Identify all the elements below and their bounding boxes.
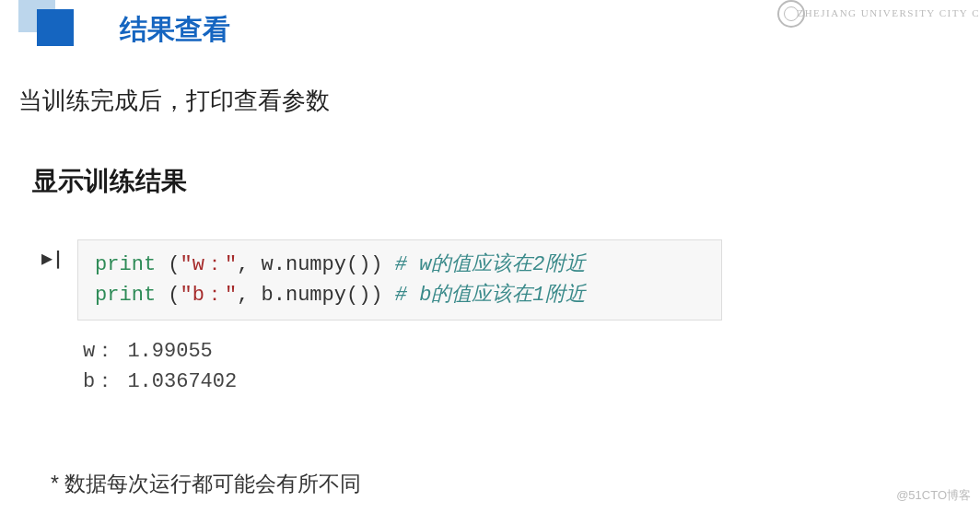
code-keyword: print [95, 253, 156, 276]
code-comment: # b的值应该在1附近 [395, 284, 586, 307]
university-name: ZHEJIANG UNIVERSITY CITY C [797, 7, 980, 18]
code-comment: # w的值应该在2附近 [395, 253, 586, 276]
output-line-1: w： 1.99055 [83, 336, 237, 367]
description-text: 当训练完成后，打印查看参数 [18, 85, 330, 117]
code-rest: , w.numpy()) [237, 253, 382, 276]
code-string: "w：" [181, 253, 238, 276]
decoration-square-dark [37, 9, 74, 46]
page-title: 结果查看 [120, 11, 230, 49]
section-subtitle: 显示训练结果 [32, 164, 187, 199]
code-line-2: print ("b：", b.numpy()) # b的值应该在1附近 [95, 280, 705, 310]
code-rest: , b.numpy()) [237, 284, 382, 307]
footnote-text: * 数据每次运行都可能会有所不同 [51, 470, 361, 498]
output-block: w： 1.99055 b： 1.0367402 [83, 336, 237, 397]
code-block: print ("w：", w.numpy()) # w的值应该在2附近 prin… [77, 239, 722, 321]
run-cell-icon[interactable]: ▶| [41, 247, 64, 269]
code-keyword: print [95, 284, 156, 307]
code-string: "b：" [181, 284, 238, 307]
output-line-2: b： 1.0367402 [83, 367, 237, 397]
code-cell: ▶| print ("w：", w.numpy()) # w的值应该在2附近 p… [41, 239, 722, 321]
code-line-1: print ("w：", w.numpy()) # w的值应该在2附近 [95, 250, 705, 280]
watermark-text: @51CTO博客 [896, 487, 971, 504]
